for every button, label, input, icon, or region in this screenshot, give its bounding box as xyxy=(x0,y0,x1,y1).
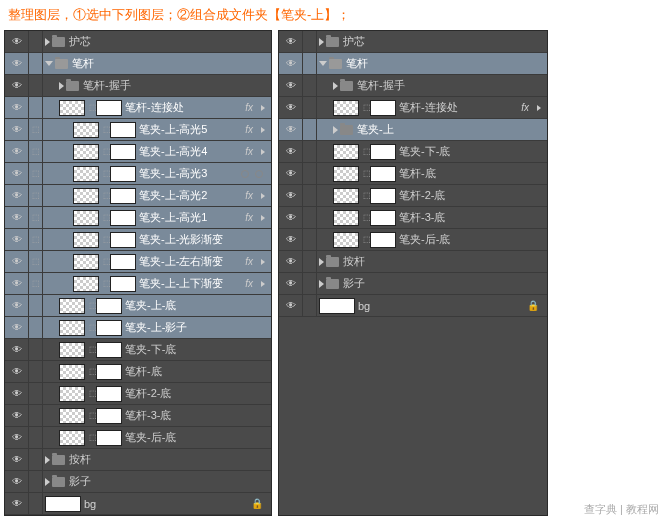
mask-thumb-icon[interactable] xyxy=(370,100,396,116)
lock-icon[interactable]: 🔒 xyxy=(527,300,539,311)
visibility-toggle[interactable]: 👁 xyxy=(5,339,29,360)
layer-thumb-icon[interactable] xyxy=(73,210,99,226)
layer-label[interactable]: 笔杆-2-底 xyxy=(125,386,171,401)
layer-row[interactable]: 👁影子 xyxy=(279,273,547,295)
expand-arrow-icon[interactable] xyxy=(319,38,324,46)
layer-row[interactable]: 👁⬚⬚笔夹-上-高光3 xyxy=(5,163,271,185)
layer-thumb-icon[interactable] xyxy=(59,364,85,380)
mask-thumb-icon[interactable] xyxy=(370,188,396,204)
layer-label[interactable]: 笔杆 xyxy=(72,56,94,71)
layer-row[interactable]: 👁⬚笔夹-后-底 xyxy=(279,229,547,251)
fx-label[interactable]: fx xyxy=(245,102,253,113)
layer-label[interactable]: 笔杆-3-底 xyxy=(125,408,171,423)
layer-label[interactable]: 笔夹-上-底 xyxy=(125,298,176,313)
visibility-toggle[interactable]: 👁 xyxy=(279,31,303,52)
layer-row[interactable]: 👁⬚笔杆-底 xyxy=(279,163,547,185)
layer-label[interactable]: 按杆 xyxy=(343,254,365,269)
visibility-toggle[interactable]: 👁 xyxy=(5,185,29,206)
fx-expand-icon[interactable] xyxy=(537,105,541,111)
layer-row[interactable]: 👁护芯 xyxy=(5,31,271,53)
mask-thumb-icon[interactable] xyxy=(96,100,122,116)
layer-row[interactable]: 👁⬚笔杆-连接处fx xyxy=(279,97,547,119)
visibility-toggle[interactable]: 👁 xyxy=(5,471,29,492)
expand-arrow-icon[interactable] xyxy=(319,258,324,266)
layer-row[interactable]: 👁⬚笔杆-3-底 xyxy=(279,207,547,229)
expand-arrow-icon[interactable] xyxy=(45,456,50,464)
layer-label[interactable]: 按杆 xyxy=(69,452,91,467)
layer-row[interactable]: 👁⬚⬚笔夹-上-光影渐变 xyxy=(5,229,271,251)
expand-arrow-icon[interactable] xyxy=(45,478,50,486)
mask-thumb-icon[interactable] xyxy=(110,276,136,292)
mask-thumb-icon[interactable] xyxy=(110,232,136,248)
mask-thumb-icon[interactable] xyxy=(96,320,122,336)
visibility-toggle[interactable]: 👁 xyxy=(5,31,29,52)
layer-thumb-icon[interactable] xyxy=(73,232,99,248)
layer-label[interactable]: 笔夹-上-左右渐变 xyxy=(139,254,223,269)
mask-thumb-icon[interactable] xyxy=(96,386,122,402)
expand-arrow-icon[interactable] xyxy=(45,38,50,46)
layer-row[interactable]: 👁笔夹-上 xyxy=(279,119,547,141)
layer-label[interactable]: 笔杆-3-底 xyxy=(399,210,445,225)
layer-label[interactable]: 笔夹-上-高光1 xyxy=(139,210,207,225)
mask-thumb-icon[interactable] xyxy=(110,122,136,138)
visibility-toggle[interactable]: 👁 xyxy=(279,141,303,162)
visibility-toggle[interactable]: 👁 xyxy=(5,449,29,470)
visibility-toggle[interactable]: 👁 xyxy=(279,251,303,272)
layer-row[interactable]: 👁⬚笔夹-后-底 xyxy=(5,427,271,449)
layer-label[interactable]: 护芯 xyxy=(69,34,91,49)
layer-label[interactable]: 笔杆 xyxy=(346,56,368,71)
layer-label[interactable]: 笔夹-上-光影渐变 xyxy=(139,232,223,247)
visibility-toggle[interactable]: 👁 xyxy=(279,75,303,96)
layer-thumb-icon[interactable] xyxy=(333,188,359,204)
fx-label[interactable]: fx xyxy=(521,102,529,113)
fx-expand-icon[interactable] xyxy=(261,215,265,221)
visibility-toggle[interactable]: 👁 xyxy=(5,427,29,448)
fx-label[interactable]: fx xyxy=(245,256,253,267)
layer-thumb-icon[interactable] xyxy=(59,298,85,314)
fx-expand-icon[interactable] xyxy=(261,105,265,111)
mask-thumb-icon[interactable] xyxy=(110,166,136,182)
layer-thumb-icon[interactable] xyxy=(59,386,85,402)
layer-row[interactable]: 👁⬚笔夹-上-底 xyxy=(5,295,271,317)
fx-expand-icon[interactable] xyxy=(261,259,265,265)
visibility-toggle[interactable]: 👁 xyxy=(5,493,29,514)
mask-thumb-icon[interactable] xyxy=(110,144,136,160)
layer-label[interactable]: 笔杆-2-底 xyxy=(399,188,445,203)
mask-thumb-icon[interactable] xyxy=(96,364,122,380)
layer-row[interactable]: 👁⬚⬚笔夹-上-高光1fx xyxy=(5,207,271,229)
layer-row[interactable]: 👁⬚笔杆-2-底 xyxy=(279,185,547,207)
layer-row[interactable]: 👁按杆 xyxy=(5,449,271,471)
visibility-toggle[interactable]: 👁 xyxy=(5,141,29,162)
mask-thumb-icon[interactable] xyxy=(110,188,136,204)
mask-thumb-icon[interactable] xyxy=(110,254,136,270)
expand-arrow-icon[interactable] xyxy=(59,82,64,90)
layer-row[interactable]: 👁笔杆-握手 xyxy=(279,75,547,97)
layer-thumb-icon[interactable] xyxy=(319,298,355,314)
fx-label[interactable]: fx xyxy=(245,212,253,223)
layer-label[interactable]: 笔夹-上-高光3 xyxy=(139,166,207,181)
layer-thumb-icon[interactable] xyxy=(73,188,99,204)
visibility-toggle[interactable]: 👁 xyxy=(5,295,29,316)
fx-label[interactable]: fx xyxy=(245,146,253,157)
fx-expand-icon[interactable] xyxy=(261,149,265,155)
visibility-toggle[interactable]: 👁 xyxy=(279,97,303,118)
layer-label[interactable]: 笔夹-上-高光5 xyxy=(139,122,207,137)
layer-label[interactable]: 影子 xyxy=(69,474,91,489)
layer-label[interactable]: 笔夹-后-底 xyxy=(125,430,176,445)
layer-label[interactable]: 笔夹-下-底 xyxy=(399,144,450,159)
layer-row[interactable]: 👁笔杆-握手 xyxy=(5,75,271,97)
layer-label[interactable]: 笔夹-上-高光4 xyxy=(139,144,207,159)
layer-label[interactable]: bg xyxy=(358,300,370,312)
mask-thumb-icon[interactable] xyxy=(110,210,136,226)
layer-thumb-icon[interactable] xyxy=(333,144,359,160)
layer-row[interactable]: 👁护芯 xyxy=(279,31,547,53)
visibility-toggle[interactable]: 👁 xyxy=(5,273,29,294)
visibility-toggle[interactable]: 👁 xyxy=(279,185,303,206)
layer-row[interactable]: 👁笔杆 xyxy=(5,53,271,75)
lock-icon[interactable]: 🔒 xyxy=(251,498,263,509)
layer-thumb-icon[interactable] xyxy=(73,276,99,292)
layer-label[interactable]: bg xyxy=(84,498,96,510)
layer-row[interactable]: 👁⬚⬚笔夹-上-上下渐变fx xyxy=(5,273,271,295)
visibility-toggle[interactable]: 👁 xyxy=(279,295,303,316)
layer-label[interactable]: 笔夹-上-高光2 xyxy=(139,188,207,203)
